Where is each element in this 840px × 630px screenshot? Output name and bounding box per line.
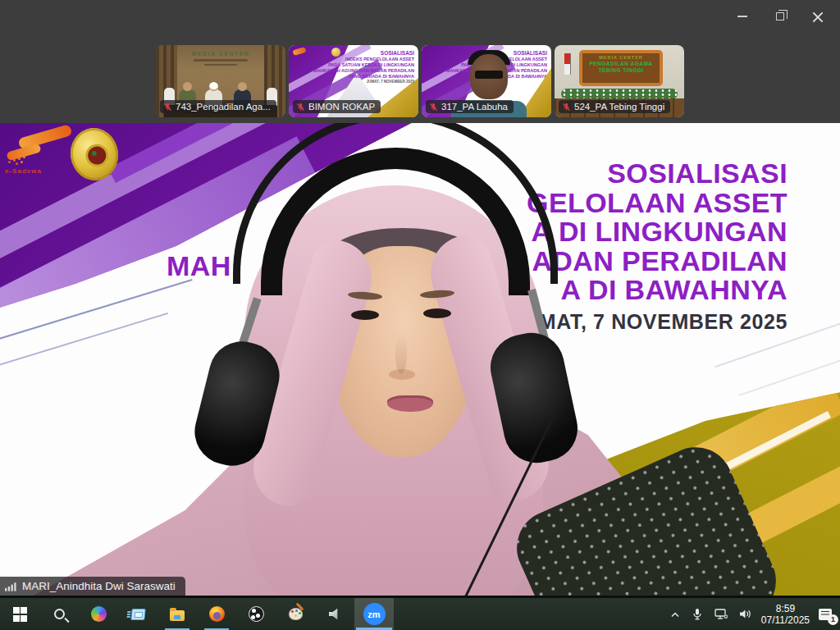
zoom-app-icon: zm [363,603,386,625]
search-icon [54,609,65,619]
speaker-app-icon [329,609,341,620]
network-icon [714,608,728,620]
firefox-icon [209,606,225,622]
main-speaker-video: e-Sadewa MAH SOSIALISASI GELOLAAN ASSET … [0,123,840,596]
participant-name: BIMON ROKAP [308,102,375,112]
minimize-button[interactable] [730,7,755,26]
chevron-up-icon [669,609,681,619]
restore-button[interactable] [768,7,792,26]
room-sign: MEDIA CENTER [180,51,261,66]
paint-icon [289,608,303,620]
search-button[interactable] [39,598,79,630]
participant-thumbnail-317[interactable]: SOSIALISASI INDEKS PENGELOLAAN ASSET PAD… [422,45,551,117]
file-explorer-button[interactable] [158,598,197,630]
copilot-button[interactable] [79,598,118,630]
tray-overflow-button[interactable] [668,608,682,621]
participant-name-badge: 743_Pengadilan Aga... [160,100,276,113]
minimize-icon [737,16,747,17]
tray-microphone-button[interactable] [690,606,705,623]
muted-mic-icon [562,103,571,112]
esadewa-logo-text: e-Sadewa [5,167,42,175]
banner-text-block: SOSIALISASI INDEKS PENGELOLAAN ASSET PAD… [313,50,414,84]
action-center-button[interactable]: 1 [817,607,833,622]
microphone-icon [692,608,703,621]
participant-name-badge: BIMON ROKAP [293,100,381,113]
participant-name: 743_Pengadilan Aga... [176,102,271,112]
signal-strength-icon [5,582,17,591]
taskbar-apps: zm [0,598,394,630]
participant-name-badge: 524_PA Tebing Tinggi [559,100,670,113]
participant-thumbnail-524[interactable]: MEDIA CENTER PENGADILAN AGAMA TEBING TIN… [555,45,684,117]
notification-badge: 1 [828,614,838,625]
participant-name: 317_PA Labuha [441,102,508,112]
muted-mic-icon [296,103,305,112]
participant-name: 524_PA Tebing Tinggi [574,102,664,112]
window-top-strip: MEDIA CENTER 743_Pengadilan Aga... [0,0,840,123]
paint-button[interactable] [276,598,315,630]
indonesia-flag [564,53,571,75]
active-speaker-name-badge: MARI_Anindhita Dwi Saraswati [0,577,185,596]
tray-time: 8:59 [761,603,810,614]
close-icon [812,11,824,22]
glasses [475,71,503,79]
close-button[interactable] [806,7,830,26]
tray-clock[interactable]: 8:59 07/11/2025 [761,603,810,626]
system-tray: 8:59 07/11/2025 1 [668,598,840,630]
obs-studio-button[interactable] [236,598,276,630]
tray-volume-button[interactable] [737,606,754,622]
banner-date: UMAT, 7 NOVEMBER 2025 [523,308,788,337]
speaker-icon [738,608,752,620]
quick-assist-button[interactable] [118,598,158,630]
quick-assist-icon [130,609,145,620]
banner-headline-fragment: MAH [167,250,231,282]
participant-thumbnail-743[interactable]: MEDIA CENTER 743_Pengadilan Aga... [156,45,285,117]
start-button[interactable] [0,598,39,630]
window-controls [730,7,830,26]
tray-date: 07/11/2025 [761,614,810,626]
sign-board: MEDIA CENTER PENGADILAN AGAMA TEBING TIN… [579,50,663,86]
banner-headline: SOSIALISASI GELOLAAN ASSET A DI LINGKUNG… [523,159,788,336]
active-speaker-name: MARI_Anindhita Dwi Saraswati [22,580,176,592]
tray-network-button[interactable] [712,606,729,622]
participant-filmstrip: MEDIA CENTER 743_Pengadilan Aga... [156,45,684,117]
windows-start-icon [13,607,27,621]
participant-thumbnail-bimon[interactable]: SOSIALISASI INDEKS PENGELOLAAN ASSET PAD… [289,45,418,117]
muted-mic-icon [163,103,172,112]
obs-studio-icon [249,606,264,622]
room-sign-text: MEDIA CENTER [180,51,261,57]
firefox-button[interactable] [197,598,236,630]
zoom-app-button[interactable]: zm [354,598,394,630]
taskbar: zm 8:59 07/11/2025 1 [0,598,840,630]
audio-app-button[interactable] [315,598,354,630]
file-explorer-icon [170,610,185,621]
restore-icon [776,12,784,21]
muted-mic-icon [429,103,438,112]
participant-name-badge: 317_PA Labuha [426,100,514,113]
copilot-icon [91,606,107,622]
